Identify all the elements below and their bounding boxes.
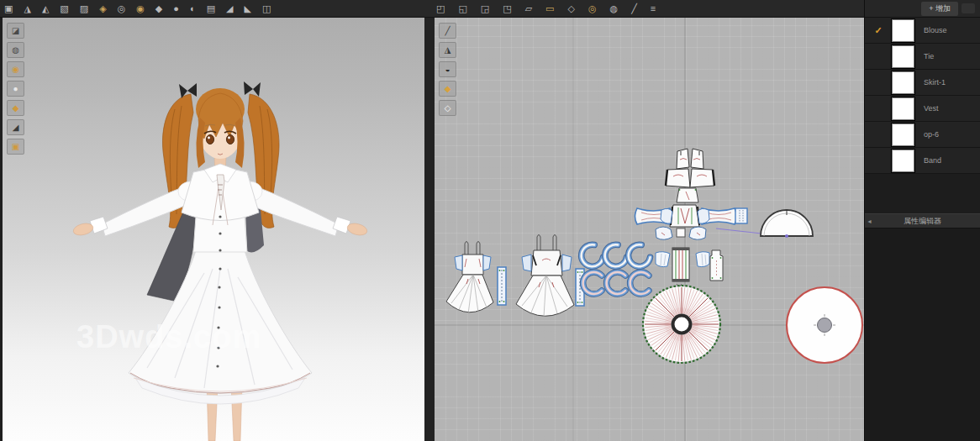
pattern-collar-curve[interactable] — [624, 242, 652, 270]
layer-label-op-6: op-6 — [924, 130, 939, 139]
layer-swatch-tie[interactable] — [892, 45, 914, 68]
2d-pattern-viewport[interactable]: ╱◮◒◆◇ — [435, 17, 864, 441]
top-toolbar: ▣◮◭▧▨◈◎◉◆●◐▤◢◣◫ ◰◱◲◳▱▭◇◎◍╱≡ — [0, 0, 980, 18]
3d-viewport[interactable]: ◪◍◉●◆◢▣ 3Dwds.com — [3, 17, 424, 441]
add-point-icon[interactable]: ◳ — [503, 4, 511, 13]
pattern-circle-plain[interactable] — [787, 287, 862, 363]
pattern-fill-icon[interactable]: ◆ — [439, 81, 456, 97]
dart-icon[interactable]: ◍ — [610, 4, 619, 13]
pattern-dress-a[interactable] — [446, 242, 493, 315]
pattern-placket[interactable] — [672, 248, 689, 287]
avatar-head — [196, 88, 245, 168]
layer-row-vest[interactable]: Vest — [865, 96, 980, 122]
layer-row-tie[interactable]: Tie — [865, 44, 980, 70]
layer-label-blouse: Blouse — [924, 26, 947, 34]
collapse-arrow-icon[interactable]: ◄ — [867, 218, 872, 224]
layer-active-check-icon[interactable]: ✓ — [865, 25, 892, 36]
pattern-band-piece[interactable] — [710, 250, 723, 281]
pattern-vest-pieces[interactable] — [666, 149, 714, 187]
pattern-yoke[interactable] — [677, 188, 698, 202]
property-editor-label: 属性编辑器 — [865, 216, 980, 227]
show-avatar-icon[interactable]: ◍ — [7, 42, 24, 58]
layer-label-tie: Tie — [924, 52, 934, 60]
pattern-collar-curve[interactable] — [607, 272, 625, 294]
pattern-outline-icon[interactable]: ◇ — [439, 100, 456, 116]
pattern-collar-curve[interactable] — [630, 272, 649, 294]
pattern-collar-curves[interactable] — [577, 242, 652, 294]
pin-point-icon[interactable]: ◆ — [155, 4, 162, 13]
edit-pattern-icon[interactable]: ◱ — [458, 4, 466, 13]
layer-row-skirt-1[interactable]: Skirt-1 — [865, 70, 980, 96]
show-garment-icon[interactable]: ◉ — [7, 61, 24, 77]
right-panel: + 增加 ✓ Blouse Tie Skirt-1 Vest — [864, 0, 980, 441]
avatar-display-icon[interactable]: ▣ — [7, 139, 24, 155]
texture-view-icon[interactable]: ◆ — [7, 100, 24, 116]
reset-avatar-icon[interactable]: ◪ — [7, 23, 24, 39]
layer-row-blouse[interactable]: ✓ Blouse — [865, 18, 980, 44]
pattern-collar-curve[interactable] — [577, 242, 605, 270]
3d-side-toolbar: ◪◍◉●◆◢▣ — [7, 23, 24, 155]
layer-row-band[interactable]: Band — [865, 148, 980, 174]
internal-polygon-icon[interactable]: ◇ — [568, 4, 575, 13]
free-sew-icon[interactable]: ◉ — [136, 4, 145, 13]
layer-swatch-skirt-1[interactable] — [892, 71, 914, 94]
select-move-icon[interactable]: ◮ — [24, 4, 30, 13]
orbit-view-icon[interactable]: ◐ — [190, 4, 196, 13]
pattern-collar-curve[interactable] — [583, 272, 602, 294]
pattern-side-fan-left[interactable] — [656, 252, 670, 267]
layer-label-skirt-1: Skirt-1 — [924, 78, 946, 87]
sew-free-icon[interactable]: ≡ — [651, 4, 656, 13]
pattern-cuff[interactable] — [735, 208, 747, 223]
pen-tool-icon[interactable]: ╱ — [439, 23, 456, 39]
toolbar-2d-tools: ◰◱◲◳▱▭◇◎◍╱≡ — [431, 4, 656, 13]
transform-pattern-icon[interactable]: ◰ — [436, 4, 445, 13]
viewport-divider[interactable] — [424, 17, 435, 441]
toolbar-3d-tools: ▣◮◭▧▨◈◎◉◆●◐▤◢◣◫ — [0, 4, 431, 13]
layer-label-vest: Vest — [924, 104, 939, 113]
panel-extra-button[interactable] — [962, 3, 975, 13]
property-editor-header[interactable]: ◄ 属性编辑器 — [865, 213, 980, 228]
internal-circle-icon[interactable]: ◎ — [588, 4, 597, 13]
flatten-right-icon[interactable]: ◣ — [245, 4, 251, 13]
edit-curve-icon[interactable]: ◲ — [481, 4, 489, 13]
mesh-scale-icon[interactable]: ▨ — [80, 4, 88, 13]
avatar-canvas — [3, 17, 424, 441]
box-select-icon[interactable]: ◭ — [42, 4, 49, 13]
particle-view-icon[interactable]: ● — [7, 81, 24, 97]
pin-icon[interactable]: ◈ — [99, 4, 106, 13]
pattern-circle-skirt[interactable] — [643, 286, 720, 363]
property-editor-body — [865, 228, 980, 441]
application-window: ▣◮◭▧▨◈◎◉◆●◐▤◢◣◫ ◰◱◲◳▱▭◇◎◍╱≡ — [0, 0, 980, 441]
layer-swatch-vest[interactable] — [892, 97, 914, 120]
pattern-canvas — [435, 17, 864, 441]
pattern-pin-icon[interactable]: ◮ — [439, 42, 456, 58]
pattern-bow-pieces[interactable] — [656, 227, 706, 239]
add-fabric-button[interactable]: + 增加 — [921, 2, 958, 16]
layer-swatch-op-6[interactable] — [892, 123, 914, 146]
pattern-strip-a[interactable] — [498, 267, 506, 305]
dark-view-icon[interactable]: ◢ — [7, 119, 24, 135]
flatten-left-icon[interactable]: ◢ — [226, 4, 233, 13]
segment-sew-icon[interactable]: ◎ — [118, 4, 126, 13]
fabric-panel-header: + 增加 — [865, 0, 980, 18]
stack-icon[interactable]: ▤ — [207, 4, 215, 13]
fabric-layer-list: ✓ Blouse Tie Skirt-1 Vest — [865, 18, 980, 174]
mesh-edit-icon[interactable]: ▧ — [60, 4, 68, 13]
simulate-icon[interactable]: ▣ — [4, 4, 13, 13]
polygon-icon[interactable]: ▱ — [525, 4, 532, 13]
layer-swatch-band[interactable] — [892, 150, 914, 172]
sew-segment-icon[interactable]: ╱ — [631, 4, 637, 13]
2d-side-toolbar: ╱◮◒◆◇ — [439, 23, 456, 116]
layer-label-band: Band — [924, 156, 941, 165]
layer-row-op-6[interactable]: op-6 — [865, 122, 980, 148]
move-gizmo-icon[interactable]: ◫ — [262, 4, 271, 13]
pattern-collar-curve[interactable] — [601, 242, 629, 270]
sphere-tool-icon[interactable]: ● — [173, 4, 179, 13]
pattern-side-fan-right[interactable] — [696, 252, 709, 267]
layer-swatch-blouse[interactable] — [892, 19, 914, 42]
pattern-shade-icon[interactable]: ◒ — [439, 61, 456, 77]
rectangle-icon[interactable]: ▭ — [545, 4, 554, 13]
pattern-dress-b[interactable] — [516, 235, 574, 318]
